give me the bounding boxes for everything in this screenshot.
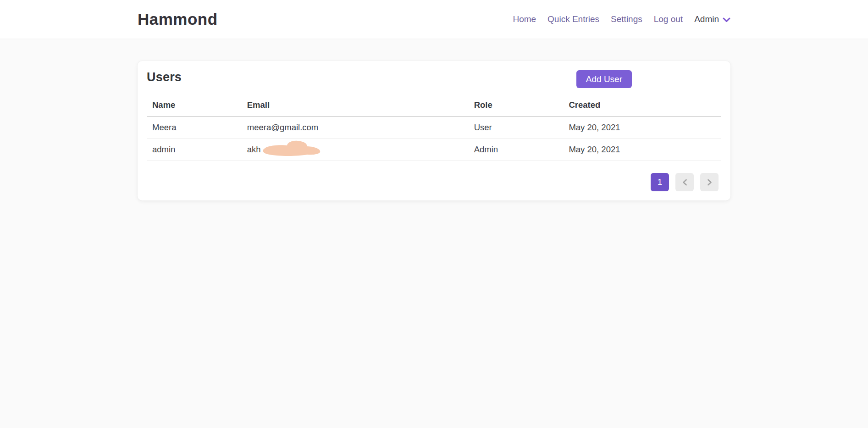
cell-created: May 20, 2021 [563,117,721,139]
page-title: Users [147,70,721,84]
column-header-email: Email [242,94,469,117]
users-table: Name Email Role Created Meera meera@gmai… [147,94,721,161]
user-menu-label: Admin [694,14,719,24]
column-header-name: Name [147,94,242,117]
user-menu-dropdown[interactable]: Admin [694,14,730,24]
cell-name: admin [147,139,242,161]
brand-logo[interactable]: Hammond [138,10,218,28]
add-user-button[interactable]: Add User [576,70,632,88]
chevron-left-icon [682,179,687,186]
cell-name: Meera [147,117,242,139]
cell-email: akh [242,139,469,161]
nav-item-logout[interactable]: Log out [654,14,683,24]
table-header-row: Name Email Role Created [147,94,721,117]
chevron-down-icon [723,16,730,22]
nav-item-home[interactable]: Home [513,14,536,24]
table-row: Meera meera@gmail.com User May 20, 2021 [147,117,721,139]
redaction-scribble [260,140,324,157]
pagination-page-1[interactable]: 1 [651,173,669,191]
cell-role: Admin [469,139,564,161]
nav-item-quick-entries[interactable]: Quick Entries [547,14,599,24]
navbar: Hammond Home Quick Entries Settings Log … [0,0,868,39]
column-header-role: Role [469,94,564,117]
nav-item-settings[interactable]: Settings [611,14,642,24]
page-content: Users Add User Name Email Role Created M… [0,39,868,200]
cell-role: User [469,117,564,139]
cell-created: May 20, 2021 [563,139,721,161]
users-card: Users Add User Name Email Role Created M… [138,61,730,200]
chevron-right-icon [707,179,712,186]
column-header-created: Created [563,94,721,117]
cell-email: meera@gmail.com [242,117,469,139]
pagination-next-button[interactable] [700,173,719,191]
cell-email-visible-text: akh [247,145,261,154]
main-nav: Home Quick Entries Settings Log out Admi… [513,14,730,24]
pagination-prev-button[interactable] [675,173,694,191]
pagination: 1 [147,173,721,191]
table-row: admin akh Admin May 20, 2021 [147,139,721,161]
